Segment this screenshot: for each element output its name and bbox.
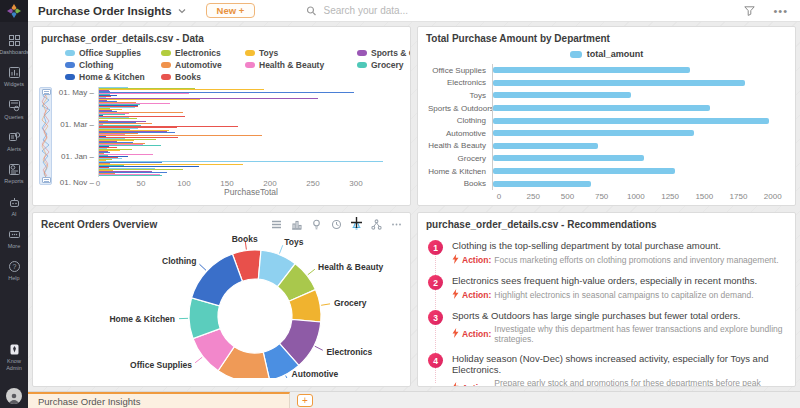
x-tick-label: 100	[177, 179, 190, 188]
sidebar-item-label: Queries	[4, 114, 23, 120]
tab-purchase-order-insights[interactable]: Purchase Order Insights	[28, 392, 290, 408]
donut-slice-label: Automotive	[292, 369, 339, 378]
legend-swatch	[65, 74, 75, 80]
recommendation-list: 1Clothing is the top-selling department …	[418, 232, 795, 387]
total-bar-row: Office Supplies	[428, 64, 783, 77]
donut-slice-clothing[interactable]	[192, 254, 243, 306]
category-label: Toys	[428, 91, 492, 100]
menu-icon[interactable]	[271, 219, 282, 230]
donut-slice-label: Electronics	[326, 347, 372, 357]
data-bar	[99, 166, 199, 167]
legend-swatch	[65, 62, 75, 68]
chevron-down-icon[interactable]	[178, 8, 186, 14]
total-amount-bar[interactable]	[493, 130, 694, 136]
user-avatar[interactable]	[6, 388, 22, 404]
bar-plot-area[interactable]	[98, 87, 404, 177]
legend-item-office-supplies[interactable]: Office Supplies	[65, 48, 161, 58]
legend-item-electronics[interactable]: Electronics	[161, 48, 245, 58]
sidebar-item-more[interactable]: More	[0, 228, 28, 249]
panel-title: Total Purchase Amount by Department	[418, 27, 795, 46]
legend-label: Health & Beauty	[259, 60, 324, 70]
legend-item-books[interactable]: Books	[161, 72, 245, 82]
recommendation-number-badge: 3	[428, 310, 443, 325]
bar-track	[492, 140, 783, 153]
recommendation-body: Clothing is the top-selling department b…	[452, 240, 779, 266]
sidebar-item-reports[interactable]: Reports	[0, 163, 28, 184]
legend-item-clothing[interactable]: Clothing	[65, 60, 161, 70]
total-amount-bar[interactable]	[493, 105, 710, 111]
topbar: Purchase Order Insights New + •••	[28, 0, 800, 22]
total-amount-bar[interactable]	[493, 143, 598, 149]
app-logo-icon[interactable]	[0, 0, 28, 22]
legend-item-toys[interactable]: Toys	[245, 48, 357, 58]
donut-chart[interactable]: BooksToysHealth & BeautyGroceryElectroni…	[33, 230, 410, 382]
category-label: Grocery	[428, 154, 492, 163]
total-amount-bar[interactable]	[493, 80, 745, 86]
total-amount-bar[interactable]	[493, 155, 644, 161]
legend-swatch	[161, 62, 171, 68]
label-leader-line	[321, 304, 330, 305]
sidebar-item-ai[interactable]: AI	[0, 196, 28, 217]
navigator-handle-bottom[interactable]	[42, 177, 51, 183]
legend-swatch	[357, 62, 367, 68]
add-tab-button[interactable]: +	[297, 394, 313, 407]
legend-swatch	[65, 50, 75, 56]
legend-item-home-kitchen[interactable]: Home & Kitchen	[65, 72, 161, 82]
sidebar-item-queries[interactable]: Queries	[0, 99, 28, 120]
recommendation-number-badge: 4	[428, 353, 443, 368]
navigator-handle-top[interactable]	[42, 89, 51, 95]
category-label: Electronics	[428, 78, 492, 87]
legend-item-health-beauty[interactable]: Health & Beauty	[245, 60, 357, 70]
action-text: Focus marketing efforts on clothing prom…	[494, 255, 778, 265]
sidebar-item-widgets[interactable]: Widgets	[0, 66, 28, 87]
x-tick-label: 0	[497, 192, 501, 201]
bulb-icon[interactable]	[311, 219, 322, 230]
workspace-title[interactable]: Purchase Order Insights	[38, 5, 172, 17]
recommendation-text: Clothing is the top-selling department b…	[452, 240, 779, 251]
new-button[interactable]: New +	[206, 3, 256, 19]
total-bar-row: Home & Kitchen	[428, 165, 783, 178]
total-amount-bar[interactable]	[493, 92, 631, 98]
sidebar-item-alerts[interactable]: Alerts	[0, 131, 28, 152]
more-icon[interactable]	[391, 219, 402, 230]
recommendation-item: 1Clothing is the top-selling department …	[428, 234, 785, 269]
bar-track	[492, 177, 783, 190]
data-bar	[99, 123, 152, 124]
x-tick-label: 1750	[730, 192, 748, 201]
main-area: Purchase Order Insights New + •••	[28, 0, 800, 408]
total-amount-bar[interactable]	[493, 67, 690, 73]
filter-icon[interactable]	[744, 6, 755, 16]
donut-slice-label: Health & Beauty	[318, 262, 383, 272]
recommendation-body: Sports & Outdoors has large single purch…	[452, 310, 785, 344]
history-icon[interactable]	[331, 219, 342, 230]
x-tick-label: 500	[561, 192, 574, 201]
sidebar-item-dashboards[interactable]: Dashboards	[0, 34, 28, 55]
x-tick-label: 250	[306, 179, 319, 188]
data-bar	[99, 89, 264, 90]
search-input[interactable]	[322, 4, 522, 17]
sidebar-item-help[interactable]: ?Help	[0, 260, 28, 281]
lightning-icon	[452, 328, 459, 340]
sidebar-bottom: Know Admin	[0, 343, 28, 404]
recommendation-number-badge: 1	[428, 240, 443, 255]
total-amount-bar[interactable]	[493, 181, 591, 187]
more-options-icon[interactable]: •••	[773, 7, 788, 15]
search-box	[307, 4, 522, 17]
x-tick-label: 150	[220, 179, 233, 188]
x-tick-label: 300	[349, 179, 362, 188]
legend-item-grocery[interactable]: Grocery	[357, 60, 411, 70]
share-icon[interactable]	[371, 219, 382, 230]
label-leader-line	[279, 245, 282, 253]
action-label: Action:	[462, 329, 491, 339]
sidebar-item-know-admin[interactable]: Know Admin	[0, 343, 28, 371]
total-amount-bar[interactable]	[493, 118, 769, 124]
panel-title: purchase_order_details.csv - Data	[33, 27, 410, 46]
chart-icon[interactable]	[291, 219, 302, 230]
recommendation-action-row: Action:Focus marketing efforts on clothi…	[452, 254, 779, 266]
chart-scroll-navigator[interactable]	[39, 87, 52, 185]
total-amount-bar[interactable]	[493, 168, 675, 174]
x-tick-label: 250	[527, 192, 540, 201]
legend-item-automotive[interactable]: Automotive	[161, 60, 245, 70]
total-amount-bars: Office SuppliesElectronicsToysSports & O…	[418, 64, 795, 190]
legend-item-sports-outdoors[interactable]: Sports & Outdoors	[357, 48, 411, 58]
